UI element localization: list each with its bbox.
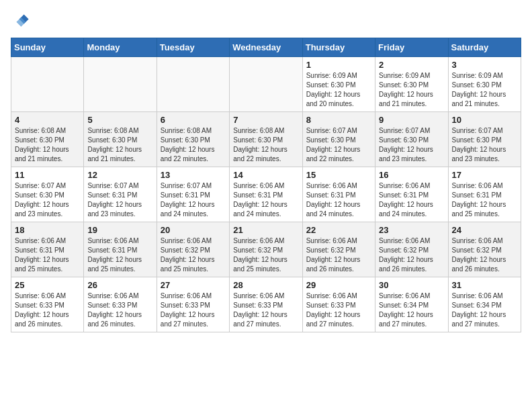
calendar-table: SundayMondayTuesdayWednesdayThursdayFrid… [11,38,521,332]
cell-info-text: Sunrise: 6:08 AM Sunset: 6:30 PM Dayligh… [15,126,80,164]
calendar-cell: 8Sunrise: 6:07 AM Sunset: 6:30 PM Daylig… [302,112,375,167]
cell-info-text: Sunrise: 6:07 AM Sunset: 6:31 PM Dayligh… [87,181,152,219]
cell-day-number: 4 [15,115,80,125]
calendar-cell [157,57,229,112]
cell-info-text: Sunrise: 6:09 AM Sunset: 6:30 PM Dayligh… [379,71,444,109]
calendar-cell: 21Sunrise: 6:06 AM Sunset: 6:32 PM Dayli… [230,222,302,277]
calendar-cell: 9Sunrise: 6:07 AM Sunset: 6:30 PM Daylig… [375,112,448,167]
cell-info-text: Sunrise: 6:06 AM Sunset: 6:33 PM Dayligh… [161,291,226,329]
cell-info-text: Sunrise: 6:06 AM Sunset: 6:32 PM Dayligh… [379,236,444,274]
calendar-cell: 28Sunrise: 6:06 AM Sunset: 6:33 PM Dayli… [230,277,302,332]
calendar-header-row: SundayMondayTuesdayWednesdayThursdayFrid… [11,38,521,57]
calendar-cell: 3Sunrise: 6:09 AM Sunset: 6:30 PM Daylig… [448,57,521,112]
day-header-friday: Friday [375,38,448,57]
calendar-cell: 31Sunrise: 6:06 AM Sunset: 6:34 PM Dayli… [448,277,521,332]
cell-info-text: Sunrise: 6:06 AM Sunset: 6:32 PM Dayligh… [306,236,371,274]
calendar-cell: 19Sunrise: 6:06 AM Sunset: 6:31 PM Dayli… [84,222,157,277]
cell-day-number: 6 [161,115,226,125]
calendar-cell: 11Sunrise: 6:07 AM Sunset: 6:30 PM Dayli… [11,167,84,222]
cell-day-number: 15 [306,170,371,180]
cell-day-number: 3 [452,60,517,70]
cell-info-text: Sunrise: 6:08 AM Sunset: 6:30 PM Dayligh… [161,126,226,164]
cell-info-text: Sunrise: 6:06 AM Sunset: 6:31 PM Dayligh… [379,181,444,219]
cell-day-number: 21 [233,225,298,235]
cell-day-number: 10 [452,115,517,125]
cell-info-text: Sunrise: 6:08 AM Sunset: 6:30 PM Dayligh… [233,126,298,164]
calendar-cell: 2Sunrise: 6:09 AM Sunset: 6:30 PM Daylig… [375,57,448,112]
calendar-cell: 1Sunrise: 6:09 AM Sunset: 6:30 PM Daylig… [302,57,375,112]
cell-day-number: 5 [87,115,152,125]
cell-info-text: Sunrise: 6:08 AM Sunset: 6:30 PM Dayligh… [87,126,152,164]
logo-icon [11,11,30,30]
calendar-cell: 26Sunrise: 6:06 AM Sunset: 6:33 PM Dayli… [84,277,157,332]
calendar-cell: 18Sunrise: 6:06 AM Sunset: 6:31 PM Dayli… [11,222,84,277]
cell-info-text: Sunrise: 6:06 AM Sunset: 6:32 PM Dayligh… [233,236,298,274]
cell-day-number: 18 [15,225,80,235]
calendar-week-3: 18Sunrise: 6:06 AM Sunset: 6:31 PM Dayli… [11,222,521,277]
calendar-cell [11,57,84,112]
cell-info-text: Sunrise: 6:06 AM Sunset: 6:34 PM Dayligh… [452,291,517,329]
calendar-cell: 12Sunrise: 6:07 AM Sunset: 6:31 PM Dayli… [84,167,157,222]
cell-day-number: 29 [306,280,371,290]
calendar-cell: 5Sunrise: 6:08 AM Sunset: 6:30 PM Daylig… [84,112,157,167]
cell-info-text: Sunrise: 6:06 AM Sunset: 6:31 PM Dayligh… [452,181,517,219]
cell-day-number: 27 [161,280,226,290]
calendar-cell: 15Sunrise: 6:06 AM Sunset: 6:31 PM Dayli… [302,167,375,222]
calendar-cell: 10Sunrise: 6:07 AM Sunset: 6:30 PM Dayli… [448,112,521,167]
cell-info-text: Sunrise: 6:09 AM Sunset: 6:30 PM Dayligh… [452,71,517,109]
calendar-cell: 7Sunrise: 6:08 AM Sunset: 6:30 PM Daylig… [230,112,302,167]
cell-info-text: Sunrise: 6:07 AM Sunset: 6:30 PM Dayligh… [452,126,517,164]
calendar-week-2: 11Sunrise: 6:07 AM Sunset: 6:30 PM Dayli… [11,167,521,222]
calendar-week-4: 25Sunrise: 6:06 AM Sunset: 6:33 PM Dayli… [11,277,521,332]
calendar-week-1: 4Sunrise: 6:08 AM Sunset: 6:30 PM Daylig… [11,112,521,167]
calendar-cell [230,57,302,112]
cell-day-number: 13 [161,170,226,180]
cell-day-number: 8 [306,115,371,125]
calendar-cell: 20Sunrise: 6:06 AM Sunset: 6:32 PM Dayli… [157,222,229,277]
calendar-cell: 24Sunrise: 6:06 AM Sunset: 6:32 PM Dayli… [448,222,521,277]
cell-info-text: Sunrise: 6:06 AM Sunset: 6:33 PM Dayligh… [15,291,80,329]
page-header [11,11,521,30]
day-header-sunday: Sunday [11,38,84,57]
cell-day-number: 1 [306,60,371,70]
cell-day-number: 9 [379,115,444,125]
cell-day-number: 25 [15,280,80,290]
day-header-monday: Monday [84,38,157,57]
logo [11,11,32,30]
day-header-thursday: Thursday [302,38,375,57]
day-header-tuesday: Tuesday [157,38,229,57]
cell-day-number: 31 [452,280,517,290]
cell-day-number: 20 [161,225,226,235]
day-header-saturday: Saturday [448,38,521,57]
cell-day-number: 26 [87,280,152,290]
calendar-cell: 29Sunrise: 6:06 AM Sunset: 6:33 PM Dayli… [302,277,375,332]
cell-info-text: Sunrise: 6:06 AM Sunset: 6:32 PM Dayligh… [161,236,226,274]
cell-day-number: 16 [379,170,444,180]
cell-day-number: 28 [233,280,298,290]
cell-info-text: Sunrise: 6:06 AM Sunset: 6:33 PM Dayligh… [306,291,371,329]
cell-info-text: Sunrise: 6:06 AM Sunset: 6:31 PM Dayligh… [15,236,80,274]
cell-info-text: Sunrise: 6:07 AM Sunset: 6:31 PM Dayligh… [161,181,226,219]
cell-info-text: Sunrise: 6:06 AM Sunset: 6:31 PM Dayligh… [306,181,371,219]
calendar-cell: 13Sunrise: 6:07 AM Sunset: 6:31 PM Dayli… [157,167,229,222]
calendar-cell: 16Sunrise: 6:06 AM Sunset: 6:31 PM Dayli… [375,167,448,222]
cell-day-number: 23 [379,225,444,235]
calendar-cell: 4Sunrise: 6:08 AM Sunset: 6:30 PM Daylig… [11,112,84,167]
cell-info-text: Sunrise: 6:06 AM Sunset: 6:31 PM Dayligh… [87,236,152,274]
calendar-cell: 17Sunrise: 6:06 AM Sunset: 6:31 PM Dayli… [448,167,521,222]
cell-day-number: 24 [452,225,517,235]
cell-info-text: Sunrise: 6:06 AM Sunset: 6:32 PM Dayligh… [452,236,517,274]
cell-info-text: Sunrise: 6:07 AM Sunset: 6:30 PM Dayligh… [306,126,371,164]
cell-day-number: 30 [379,280,444,290]
cell-day-number: 14 [233,170,298,180]
calendar-cell: 14Sunrise: 6:06 AM Sunset: 6:31 PM Dayli… [230,167,302,222]
cell-info-text: Sunrise: 6:07 AM Sunset: 6:30 PM Dayligh… [15,181,80,219]
calendar-cell: 25Sunrise: 6:06 AM Sunset: 6:33 PM Dayli… [11,277,84,332]
calendar-cell: 6Sunrise: 6:08 AM Sunset: 6:30 PM Daylig… [157,112,229,167]
calendar-cell [84,57,157,112]
cell-info-text: Sunrise: 6:06 AM Sunset: 6:34 PM Dayligh… [379,291,444,329]
cell-day-number: 17 [452,170,517,180]
calendar-week-0: 1Sunrise: 6:09 AM Sunset: 6:30 PM Daylig… [11,57,521,112]
cell-info-text: Sunrise: 6:06 AM Sunset: 6:31 PM Dayligh… [233,181,298,219]
cell-day-number: 19 [87,225,152,235]
